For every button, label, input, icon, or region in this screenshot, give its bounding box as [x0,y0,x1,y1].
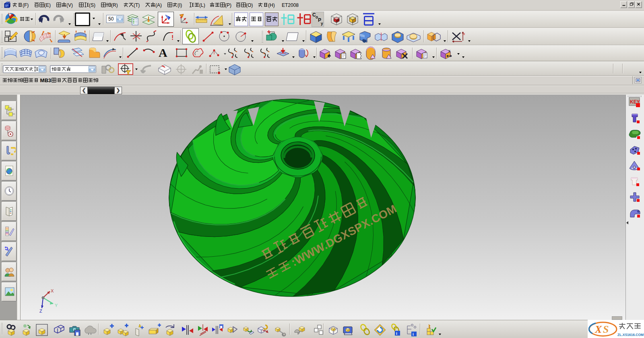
svg-text:x: x [463,32,465,36]
svg-text:i: i [413,332,414,336]
svg-text:y: y [321,21,323,26]
svg-text:X: X [51,288,54,293]
svg-text:!: ! [171,34,173,41]
svg-text:X: X [594,323,602,335]
svg-text:x: x [448,49,450,53]
svg-text:Z: Z [39,309,42,313]
svg-text:i: i [396,331,397,336]
svg-text:Y: Y [55,303,58,308]
svg-text:S: S [603,323,609,335]
